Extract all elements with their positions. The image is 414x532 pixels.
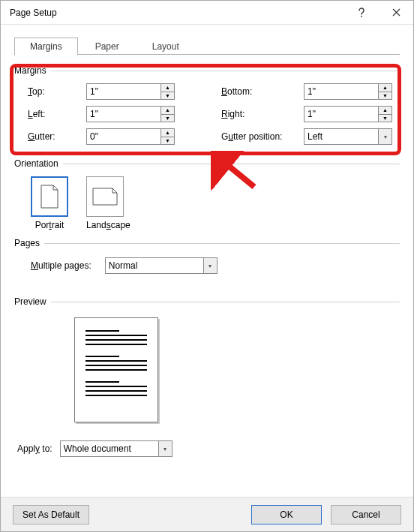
tab-layout[interactable]: Layout	[136, 38, 195, 55]
top-label: Top:	[28, 86, 86, 97]
spinner-down-icon[interactable]: ▼	[161, 92, 174, 100]
preview-group: Preview	[14, 296, 400, 422]
spinner-up-icon[interactable]: ▲	[379, 107, 392, 114]
orientation-group: Orientation Portrait	[14, 158, 400, 230]
orientation-group-label: Orientation	[14, 158, 63, 169]
tab-paper[interactable]: Paper	[80, 38, 135, 55]
multiple-pages-select[interactable]: Normal ▾	[105, 257, 218, 274]
right-label: Right:	[221, 109, 304, 119]
apply-to-select[interactable]: Whole document ▾	[60, 440, 172, 457]
landscape-page-icon	[92, 187, 118, 206]
gutter-input[interactable]	[87, 129, 160, 144]
landscape-caption: Landscape	[86, 220, 130, 230]
chevron-down-icon: ▾	[378, 129, 392, 144]
spinner-up-icon[interactable]: ▲	[161, 107, 174, 114]
portrait-page-icon	[40, 184, 59, 209]
multiple-pages-value: Normal	[106, 260, 203, 271]
margins-group-label: Margins	[14, 65, 51, 76]
apply-to-row: Apply to: Whole document ▾	[14, 422, 400, 457]
gutter-position-label: Gutter position:	[221, 131, 304, 142]
top-spinner[interactable]: ▲▼	[86, 83, 175, 100]
tabstrip: Margins Paper Layout	[14, 35, 400, 55]
chevron-down-icon: ▾	[203, 258, 217, 273]
spinner-up-icon[interactable]: ▲	[161, 129, 174, 137]
help-icon	[358, 8, 365, 18]
apply-to-value: Whole document	[61, 443, 158, 454]
chevron-down-icon: ▾	[158, 441, 172, 456]
close-button[interactable]	[379, 1, 413, 25]
spinner-down-icon[interactable]: ▼	[379, 114, 392, 122]
ok-button[interactable]: OK	[251, 505, 322, 524]
window-title: Page Setup	[10, 8, 344, 18]
top-input[interactable]	[87, 84, 160, 99]
tab-margins[interactable]: Margins	[14, 38, 78, 56]
preview-group-label: Preview	[14, 296, 51, 307]
bottom-label: Bottom:	[221, 86, 304, 97]
page-setup-dialog: Page Setup Margins Paper Layout Margins	[0, 0, 414, 532]
spinner-up-icon[interactable]: ▲	[161, 84, 174, 92]
close-icon	[392, 8, 400, 17]
right-spinner[interactable]: ▲▼	[304, 106, 392, 122]
margins-group: Margins Top: ▲▼ Bottom: ▲▼ Left:	[14, 65, 400, 151]
left-input[interactable]	[87, 107, 160, 122]
svg-point-0	[361, 16, 362, 17]
right-input[interactable]	[304, 107, 378, 122]
dialog-footer: Set As Default OK Cancel	[1, 497, 413, 531]
gutter-position-value: Left	[304, 131, 378, 142]
cancel-button[interactable]: Cancel	[331, 505, 401, 524]
spinner-up-icon[interactable]: ▲	[379, 84, 392, 92]
set-as-default-button[interactable]: Set As Default	[13, 505, 89, 524]
spinner-down-icon[interactable]: ▼	[379, 92, 392, 100]
spinner-down-icon[interactable]: ▼	[161, 137, 174, 145]
left-label: Left:	[28, 109, 86, 119]
orientation-landscape[interactable]: Landscape	[86, 176, 130, 230]
gutter-position-select[interactable]: Left ▾	[304, 128, 392, 145]
help-button[interactable]	[344, 1, 379, 25]
portrait-caption: Portrait	[31, 220, 68, 230]
dialog-content: Margins Paper Layout Margins Top: ▲▼ Bot…	[1, 25, 413, 464]
gutter-spinner[interactable]: ▲▼	[86, 128, 175, 145]
left-spinner[interactable]: ▲▼	[86, 106, 175, 122]
apply-to-label: Apply to:	[17, 443, 52, 454]
gutter-label: Gutter:	[28, 131, 86, 142]
spinner-down-icon[interactable]: ▼	[161, 114, 174, 122]
multiple-pages-label: Multiple pages:	[31, 260, 92, 271]
bottom-input[interactable]	[304, 84, 378, 99]
titlebar: Page Setup	[1, 1, 413, 25]
pages-group: Pages Multiple pages: Normal ▾	[14, 238, 400, 274]
pages-group-label: Pages	[14, 238, 44, 248]
bottom-spinner[interactable]: ▲▼	[304, 83, 392, 100]
preview-page	[74, 317, 158, 422]
orientation-portrait[interactable]: Portrait	[31, 176, 68, 230]
